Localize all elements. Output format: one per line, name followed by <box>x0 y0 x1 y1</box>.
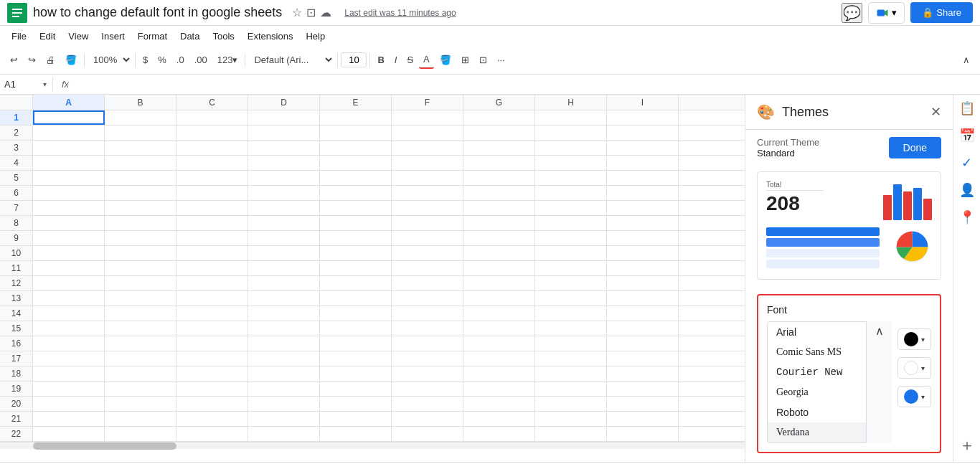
col-header-i[interactable]: I <box>607 95 679 110</box>
cell[interactable] <box>33 201 105 215</box>
cell[interactable] <box>33 276 105 290</box>
cell[interactable] <box>392 351 463 366</box>
cell[interactable] <box>463 156 535 170</box>
cell[interactable] <box>105 291 176 306</box>
cell[interactable] <box>33 336 105 351</box>
cell[interactable] <box>392 427 463 441</box>
cell[interactable] <box>33 366 105 381</box>
cell[interactable] <box>248 336 320 351</box>
merge-cells-button[interactable]: ⊡ <box>475 52 491 68</box>
cell-ref-arrow[interactable]: ▾ <box>43 80 47 88</box>
col-header-e[interactable]: E <box>320 95 392 110</box>
col-header-h[interactable]: H <box>535 95 607 110</box>
menu-extensions[interactable]: Extensions <box>242 29 299 44</box>
maps-icon[interactable]: 📍 <box>959 209 975 225</box>
zoom-select[interactable]: 100% <box>88 52 132 68</box>
decimal-inc-button[interactable]: .00 <box>190 52 212 68</box>
cell[interactable] <box>176 321 248 336</box>
cell[interactable] <box>105 397 176 411</box>
cell[interactable] <box>248 291 320 306</box>
cell[interactable] <box>105 246 176 260</box>
cell[interactable] <box>463 412 535 426</box>
cell[interactable] <box>392 382 463 396</box>
cell[interactable] <box>105 201 176 215</box>
cell[interactable] <box>535 366 607 381</box>
cell[interactable] <box>248 276 320 290</box>
cell[interactable] <box>607 397 679 411</box>
cell[interactable] <box>535 336 607 351</box>
cell[interactable] <box>607 336 679 351</box>
cell[interactable] <box>248 186 320 200</box>
cloud-icon[interactable]: ☁ <box>320 6 331 19</box>
cell[interactable] <box>392 201 463 215</box>
cell[interactable] <box>248 306 320 321</box>
done-button[interactable]: Done <box>889 137 941 158</box>
currency-button[interactable]: $ <box>138 52 152 68</box>
cell[interactable] <box>392 171 463 185</box>
cell[interactable] <box>392 141 463 155</box>
number-format-button[interactable]: 123▾ <box>213 52 242 68</box>
add-addon-button[interactable]: ＋ <box>959 435 975 456</box>
cell[interactable] <box>463 216 535 230</box>
cell[interactable] <box>248 141 320 155</box>
cell[interactable] <box>176 382 248 396</box>
cell[interactable] <box>535 261 607 275</box>
cell[interactable] <box>33 412 105 426</box>
cell[interactable] <box>320 427 392 441</box>
cell[interactable] <box>463 291 535 306</box>
cell[interactable] <box>392 231 463 245</box>
cell[interactable] <box>607 141 679 155</box>
cell[interactable] <box>463 336 535 351</box>
menu-insert[interactable]: Insert <box>95 29 131 44</box>
cell[interactable] <box>607 156 679 170</box>
cell[interactable] <box>392 321 463 336</box>
cell[interactable] <box>607 276 679 290</box>
cell[interactable] <box>176 156 248 170</box>
col-header-b[interactable]: B <box>105 95 176 110</box>
cell[interactable] <box>392 126 463 140</box>
menu-data[interactable]: Data <box>174 29 205 44</box>
cell[interactable] <box>176 216 248 230</box>
cell[interactable] <box>33 397 105 411</box>
cell[interactable] <box>463 397 535 411</box>
cell[interactable] <box>248 126 320 140</box>
cell[interactable] <box>105 366 176 381</box>
cell[interactable] <box>176 291 248 306</box>
cell[interactable] <box>607 306 679 321</box>
cell[interactable] <box>320 126 392 140</box>
cell[interactable] <box>463 321 535 336</box>
cell[interactable] <box>33 321 105 336</box>
cell[interactable] <box>248 171 320 185</box>
contacts-icon[interactable]: 👤 <box>959 182 975 198</box>
spreadsheets-icon[interactable]: 📋 <box>959 100 975 116</box>
cell[interactable] <box>33 261 105 275</box>
cell[interactable] <box>33 306 105 321</box>
percent-button[interactable]: % <box>154 52 171 68</box>
cell[interactable] <box>392 276 463 290</box>
col-header-f[interactable]: F <box>392 95 463 110</box>
cell[interactable] <box>33 110 105 125</box>
cell[interactable] <box>535 216 607 230</box>
cell[interactable] <box>320 216 392 230</box>
cell[interactable] <box>320 110 392 125</box>
cell[interactable] <box>248 231 320 245</box>
cell[interactable] <box>248 246 320 260</box>
cell[interactable] <box>33 186 105 200</box>
cell[interactable] <box>105 427 176 441</box>
cell[interactable] <box>535 141 607 155</box>
cell[interactable] <box>33 382 105 396</box>
menu-tools[interactable]: Tools <box>207 29 240 44</box>
cell[interactable] <box>248 110 320 125</box>
undo-button[interactable]: ↩ <box>6 52 22 68</box>
cell[interactable] <box>176 126 248 140</box>
cell[interactable] <box>248 201 320 215</box>
cell[interactable] <box>535 397 607 411</box>
calendar-icon[interactable]: 📅 <box>959 128 975 143</box>
cell[interactable] <box>392 216 463 230</box>
cell[interactable] <box>392 306 463 321</box>
cell[interactable] <box>535 427 607 441</box>
cell[interactable] <box>320 231 392 245</box>
formula-input[interactable] <box>75 79 976 90</box>
cell[interactable] <box>248 351 320 366</box>
cell[interactable] <box>176 171 248 185</box>
